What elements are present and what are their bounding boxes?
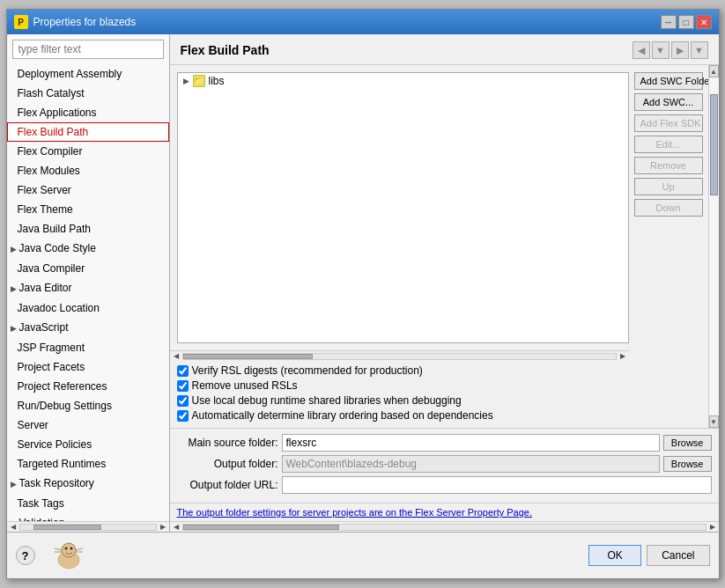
close-button[interactable]: ✕ xyxy=(696,15,712,29)
nav-more-button[interactable]: ▼ xyxy=(691,41,708,59)
sidebar-item-flex-applications[interactable]: Flex Applications xyxy=(7,103,169,122)
main-window: P Properties for blazeds ─ □ ✕ Deploymen… xyxy=(6,9,720,579)
library-tree[interactable]: ▶📁libs xyxy=(177,72,629,343)
add-swc-button[interactable]: Add SWC... xyxy=(634,93,703,111)
right-vertical-scrollbar[interactable]: ▲ ▼ xyxy=(708,65,719,428)
sidebar-item-java-build-path[interactable]: Java Build Path xyxy=(7,219,169,239)
title-controls: ─ □ ✕ xyxy=(661,15,712,29)
ok-button[interactable]: OK xyxy=(588,545,641,566)
bottom-right: OK Cancel xyxy=(588,545,709,566)
title-bar: P Properties for blazeds ─ □ ✕ xyxy=(7,10,719,34)
sidebar-item-validation[interactable]: ▶Validation xyxy=(7,513,169,521)
nav-list: Deployment AssemblyFlash CatalystFlex Ap… xyxy=(7,64,169,521)
verify-rsl-checkbox-row: Verify RSL digests (recommended for prod… xyxy=(177,364,622,377)
sidebar-item-project-references[interactable]: Project References xyxy=(7,377,169,396)
sidebar-item-flex-theme[interactable]: Flex Theme xyxy=(7,200,169,219)
nav-bottom-scrollbar[interactable]: ◀ ▶ xyxy=(7,521,169,532)
edit-button: Edit... xyxy=(634,136,703,153)
window-title: Properties for blazeds xyxy=(33,16,137,28)
right-panel: Flex Build Path ◀ ▼ ▶ ▼ ▶📁libs ◀ xyxy=(170,34,719,532)
nav-scroll-right[interactable]: ▶ xyxy=(159,523,167,531)
auto-determine-label: Automatically determine library ordering… xyxy=(192,409,493,422)
library-area: ▶📁libs ◀ ▶ Verify RSL digests (recommend… xyxy=(170,65,629,428)
sidebar-item-flex-server[interactable]: Flex Server xyxy=(7,180,169,200)
sidebar-item-targeted-runtimes[interactable]: Targeted Runtimes xyxy=(7,454,169,474)
sidebar-item-java-compiler[interactable]: Java Compiler xyxy=(7,259,169,278)
sidebar-item-flex-build-path[interactable]: Flex Build Path xyxy=(7,122,169,142)
window-icon: P xyxy=(14,15,28,29)
title-bar-left: P Properties for blazeds xyxy=(14,15,137,29)
output-folder-url-input[interactable] xyxy=(282,476,712,494)
use-local-debug-checkbox-row: Use local debug runtime shared libraries… xyxy=(177,394,622,407)
mascot-area xyxy=(42,538,95,573)
mascot-icon xyxy=(42,538,95,573)
nav-prev-button[interactable]: ◀ xyxy=(633,41,650,59)
sidebar-item-javadoc-location[interactable]: Javadoc Location xyxy=(7,298,169,318)
help-button[interactable]: ? xyxy=(16,546,35,565)
tree-item-libs[interactable]: ▶📁libs xyxy=(178,73,628,89)
auto-determine-checkbox[interactable] xyxy=(177,410,189,422)
scroll-right-arrow[interactable]: ▶ xyxy=(618,352,627,360)
bottom-left: ? xyxy=(16,538,95,573)
sidebar-item-java-editor[interactable]: ▶Java Editor xyxy=(7,278,169,298)
verify-rsl-label: Verify RSL digests (recommended for prod… xyxy=(192,364,423,377)
add-flex-sdk-button: Add Flex SDK xyxy=(634,114,703,132)
add-swc-folder-button[interactable]: Add SWC Folder... xyxy=(634,72,703,90)
sidebar-item-run-debug-settings[interactable]: Run/Debug Settings xyxy=(7,396,169,415)
sidebar-item-service-policies[interactable]: Service Policies xyxy=(7,435,169,454)
sidebar-item-flex-compiler[interactable]: Flex Compiler xyxy=(7,142,169,161)
nav-scroll-thumb xyxy=(33,525,101,530)
scroll-left-arrow[interactable]: ◀ xyxy=(172,352,181,360)
remove-unused-rsl-label: Remove unused RSLs xyxy=(192,379,298,392)
svg-line-4 xyxy=(55,548,62,550)
bottom-horizontal-scrollbar[interactable]: ◀ ▶ xyxy=(170,521,719,532)
bottom-bar: ? OK Cancel xyxy=(7,532,719,578)
filter-input[interactable] xyxy=(12,40,164,59)
use-local-debug-checkbox[interactable] xyxy=(177,395,189,407)
output-folder-url-row: Output folder URL: xyxy=(177,476,712,494)
bottom-scroll-track[interactable] xyxy=(182,524,707,531)
sidebar-item-project-facets[interactable]: Project Facets xyxy=(7,357,169,377)
nav-dropdown-button[interactable]: ▼ xyxy=(652,41,670,59)
sidebar-item-flex-modules[interactable]: Flex Modules xyxy=(7,161,169,180)
output-folder-browse-button[interactable]: Browse xyxy=(663,456,712,472)
nav-scroll-track[interactable] xyxy=(19,524,157,531)
sidebar-item-java-code-style[interactable]: ▶Java Code Style xyxy=(7,239,169,259)
down-button: Down xyxy=(634,199,703,217)
scroll-track[interactable] xyxy=(709,77,719,415)
sidebar-item-server[interactable]: Server xyxy=(7,415,169,435)
sidebar-item-flash-catalyst[interactable]: Flash Catalyst xyxy=(7,84,169,103)
scroll-thumb xyxy=(710,94,718,195)
svg-point-3 xyxy=(70,548,72,550)
minimize-button[interactable]: ─ xyxy=(661,15,677,29)
sidebar-item-task-tags[interactable]: Task Tags xyxy=(7,494,169,513)
verify-rsl-checkbox[interactable] xyxy=(177,365,189,377)
bottom-scroll-left[interactable]: ◀ xyxy=(172,523,181,531)
right-scroll-track[interactable] xyxy=(182,353,617,360)
bottom-scroll-right[interactable]: ▶ xyxy=(708,523,717,531)
remove-unused-rsl-checkbox[interactable] xyxy=(177,380,189,392)
scroll-up-arrow[interactable]: ▲ xyxy=(709,65,719,77)
main-source-folder-row: Main source folder:Browse xyxy=(177,434,712,452)
main-source-folder-browse-button[interactable]: Browse xyxy=(663,435,712,451)
sidebar-item-javascript[interactable]: ▶JavaScript xyxy=(7,318,169,338)
output-folder-input xyxy=(282,455,660,473)
sidebar-item-deployment-assembly[interactable]: Deployment Assembly xyxy=(7,64,169,84)
nav-scroll-left[interactable]: ◀ xyxy=(9,523,18,531)
nav-next-button[interactable]: ▶ xyxy=(671,41,689,59)
sidebar-item-task-repository[interactable]: ▶Task Repository xyxy=(7,474,169,494)
use-local-debug-label: Use local debug runtime shared libraries… xyxy=(192,394,462,407)
info-bar[interactable]: The output folder settings for server pr… xyxy=(170,503,719,521)
scroll-down-arrow[interactable]: ▼ xyxy=(709,415,719,428)
main-source-folder-input[interactable] xyxy=(282,434,660,452)
checkboxes-area: Verify RSL digests (recommended for prod… xyxy=(170,361,629,428)
sidebar-item-jsp-fragment[interactable]: JSP Fragment xyxy=(7,338,169,357)
cancel-button[interactable]: Cancel xyxy=(647,545,709,566)
left-panel: Deployment AssemblyFlash CatalystFlex Ap… xyxy=(7,34,170,532)
svg-point-2 xyxy=(64,548,67,550)
right-horizontal-scrollbar[interactable]: ◀ ▶ xyxy=(170,350,629,361)
right-scroll-thumb xyxy=(183,354,313,359)
right-header: Flex Build Path ◀ ▼ ▶ ▼ xyxy=(170,34,719,65)
fields-area: Main source folder:BrowseOutput folder:B… xyxy=(170,428,719,503)
maximize-button[interactable]: □ xyxy=(678,15,694,29)
